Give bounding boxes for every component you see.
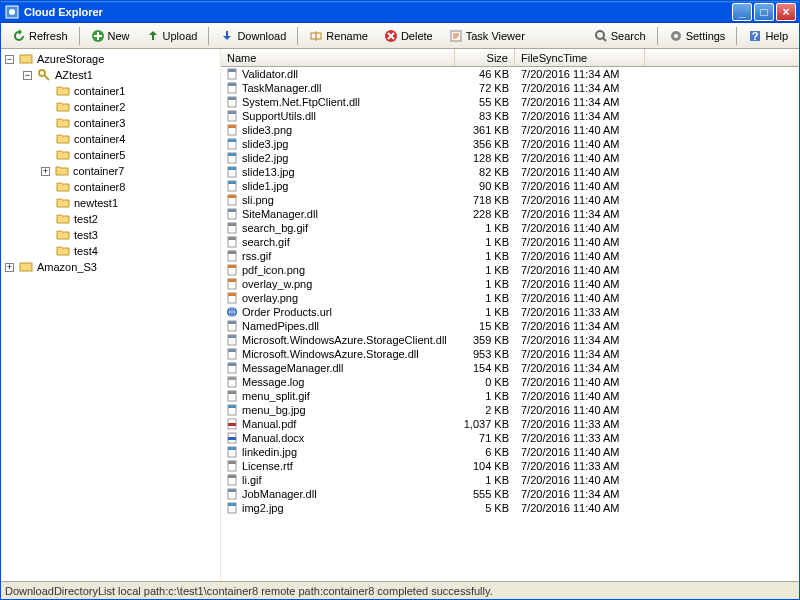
rename-button[interactable]: Rename <box>302 26 375 46</box>
tree-node-amazon-s3[interactable]: +Amazon_S3 <box>3 259 218 275</box>
folder-icon <box>55 243 71 259</box>
list-item[interactable]: Manual.pdf1,037 KB7/20/2016 11:33 AM <box>221 417 799 431</box>
expander-icon[interactable]: + <box>41 167 50 176</box>
upload-button[interactable]: Upload <box>139 26 205 46</box>
list-item[interactable]: slide1.jpg90 KB7/20/2016 11:40 AM <box>221 179 799 193</box>
list-item[interactable]: Validator.dll46 KB7/20/2016 11:34 AM <box>221 67 799 81</box>
expander-icon[interactable]: − <box>23 71 32 80</box>
list-item[interactable]: Manual.docx71 KB7/20/2016 11:33 AM <box>221 431 799 445</box>
list-item[interactable]: Microsoft.WindowsAzure.StorageClient.dll… <box>221 333 799 347</box>
list-item[interactable]: li.gif1 KB7/20/2016 11:40 AM <box>221 473 799 487</box>
download-button[interactable]: Download <box>213 26 293 46</box>
tree-node-container3[interactable]: container3 <box>3 115 218 131</box>
list-item[interactable]: slide13.jpg82 KB7/20/2016 11:40 AM <box>221 165 799 179</box>
svg-rect-33 <box>228 195 236 198</box>
file-name: slide3.png <box>242 124 292 136</box>
file-icon <box>225 319 239 333</box>
list-item[interactable]: NamedPipes.dll15 KB7/20/2016 11:34 AM <box>221 319 799 333</box>
list-item[interactable]: img2.jpg5 KB7/20/2016 11:40 AM <box>221 501 799 515</box>
list-item[interactable]: linkedin.jpg6 KB7/20/2016 11:40 AM <box>221 445 799 459</box>
svg-rect-77 <box>228 503 236 506</box>
tree-node-test3[interactable]: test3 <box>3 227 218 243</box>
file-size: 2 KB <box>455 404 515 416</box>
list-item[interactable]: sli.png718 KB7/20/2016 11:40 AM <box>221 193 799 207</box>
tree-node-container8[interactable]: container8 <box>3 179 218 195</box>
folder-icon <box>55 195 71 211</box>
tree-node-container5[interactable]: container5 <box>3 147 218 163</box>
svg-rect-53 <box>228 335 236 338</box>
task-viewer-button[interactable]: Task Viewer <box>442 26 532 46</box>
list-item[interactable]: search.gif1 KB7/20/2016 11:40 AM <box>221 235 799 249</box>
tree-node-container7[interactable]: +container7 <box>3 163 218 179</box>
list-item[interactable]: SupportUtils.dll83 KB7/20/2016 11:34 AM <box>221 109 799 123</box>
list-item[interactable]: JobManager.dll555 KB7/20/2016 11:34 AM <box>221 487 799 501</box>
file-size: 1 KB <box>455 222 515 234</box>
list-item[interactable]: MessageManager.dll154 KB7/20/2016 11:34 … <box>221 361 799 375</box>
titlebar[interactable]: Cloud Explorer _ □ × <box>1 1 799 23</box>
file-name: rss.gif <box>242 250 271 262</box>
settings-button[interactable]: Settings <box>662 26 733 46</box>
file-icon <box>225 277 239 291</box>
file-time: 7/20/2016 11:40 AM <box>515 138 645 150</box>
file-size: 1 KB <box>455 306 515 318</box>
tree-node-newtest1[interactable]: newtest1 <box>3 195 218 211</box>
tree-node-container4[interactable]: container4 <box>3 131 218 147</box>
col-name[interactable]: Name <box>221 49 455 66</box>
tree-node-container1[interactable]: container1 <box>3 83 218 99</box>
file-icon <box>225 207 239 221</box>
list-item[interactable]: slide3.jpg356 KB7/20/2016 11:40 AM <box>221 137 799 151</box>
tree-node-azurestorage[interactable]: −AzureStorage <box>3 51 218 67</box>
file-icon <box>225 291 239 305</box>
svg-rect-21 <box>228 111 236 114</box>
list-item[interactable]: search_bg.gif1 KB7/20/2016 11:40 AM <box>221 221 799 235</box>
tree-node-test4[interactable]: test4 <box>3 243 218 259</box>
list-item[interactable]: Message.log0 KB7/20/2016 11:40 AM <box>221 375 799 389</box>
svg-point-1 <box>9 9 15 15</box>
col-time[interactable]: FileSyncTime <box>515 49 645 66</box>
list-item[interactable]: pdf_icon.png1 KB7/20/2016 11:40 AM <box>221 263 799 277</box>
list-body[interactable]: Validator.dll46 KB7/20/2016 11:34 AMTask… <box>221 67 799 581</box>
file-size: 359 KB <box>455 334 515 346</box>
list-item[interactable]: overlay.png1 KB7/20/2016 11:40 AM <box>221 291 799 305</box>
list-item[interactable]: Order Products.url1 KB7/20/2016 11:33 AM <box>221 305 799 319</box>
list-item[interactable]: TaskManager.dll72 KB7/20/2016 11:34 AM <box>221 81 799 95</box>
list-item[interactable]: slide2.jpg128 KB7/20/2016 11:40 AM <box>221 151 799 165</box>
file-icon <box>225 109 239 123</box>
file-time: 7/20/2016 11:33 AM <box>515 418 645 430</box>
refresh-button[interactable]: Refresh <box>5 26 75 46</box>
status-text: DownloadDirectoryList local path:c:\test… <box>5 585 493 597</box>
expander-icon[interactable]: + <box>5 263 14 272</box>
list-item[interactable]: rss.gif1 KB7/20/2016 11:40 AM <box>221 249 799 263</box>
help-icon: ? <box>748 29 762 43</box>
folder-icon <box>55 131 71 147</box>
col-size[interactable]: Size <box>455 49 515 66</box>
list-item[interactable]: System.Net.FtpClient.dll55 KB7/20/2016 1… <box>221 95 799 109</box>
file-icon <box>225 249 239 263</box>
help-button[interactable]: ?Help <box>741 26 795 46</box>
list-item[interactable]: overlay_w.png1 KB7/20/2016 11:40 AM <box>221 277 799 291</box>
file-size: 555 KB <box>455 488 515 500</box>
list-item[interactable]: menu_split.gif1 KB7/20/2016 11:40 AM <box>221 389 799 403</box>
tree-panel[interactable]: −AzureStorage −AZtest1 container1 contai… <box>1 49 221 581</box>
search-button[interactable]: Search <box>587 26 653 46</box>
folder-icon <box>55 99 71 115</box>
file-size: 356 KB <box>455 138 515 150</box>
list-item[interactable]: SiteManager.dll228 KB7/20/2016 11:34 AM <box>221 207 799 221</box>
delete-button[interactable]: Delete <box>377 26 440 46</box>
file-size: 718 KB <box>455 194 515 206</box>
minimize-button[interactable]: _ <box>732 3 752 21</box>
list-item[interactable]: License.rtf104 KB7/20/2016 11:33 AM <box>221 459 799 473</box>
close-button[interactable]: × <box>776 3 796 21</box>
list-item[interactable]: menu_bg.jpg2 KB7/20/2016 11:40 AM <box>221 403 799 417</box>
expander-icon[interactable]: − <box>5 55 14 64</box>
tree-node-container2[interactable]: container2 <box>3 99 218 115</box>
file-size: 6 KB <box>455 446 515 458</box>
new-button[interactable]: New <box>84 26 137 46</box>
task-icon <box>449 29 463 43</box>
maximize-button[interactable]: □ <box>754 3 774 21</box>
tree-node-test2[interactable]: test2 <box>3 211 218 227</box>
tree-node-aztest1[interactable]: −AZtest1 <box>3 67 218 83</box>
folder-icon <box>55 147 71 163</box>
list-item[interactable]: Microsoft.WindowsAzure.Storage.dll953 KB… <box>221 347 799 361</box>
list-item[interactable]: slide3.png361 KB7/20/2016 11:40 AM <box>221 123 799 137</box>
